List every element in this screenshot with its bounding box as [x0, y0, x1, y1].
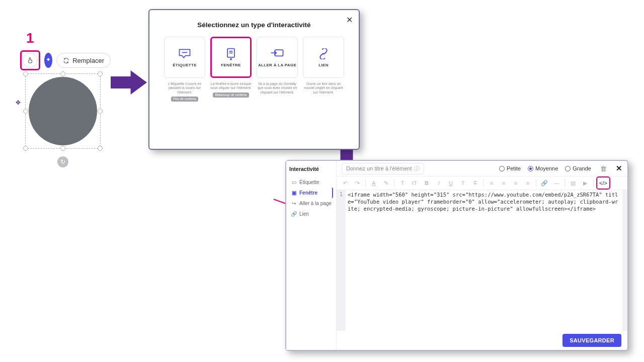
resize-handle[interactable]	[23, 71, 28, 76]
size-label: Grande	[573, 165, 591, 171]
sidebar-item-lien[interactable]: 🔗Lien	[289, 209, 333, 219]
resize-handle[interactable]	[98, 146, 103, 151]
indent-button[interactable]: ≡	[522, 178, 533, 188]
info-icon: ⓘ	[414, 165, 420, 172]
move-handle-icon[interactable]: ✥	[16, 99, 21, 106]
window-icon	[223, 48, 238, 60]
link-icon	[316, 48, 331, 60]
sidebar-title: Interactivité	[289, 166, 333, 172]
type-desc: Ouvre un lien dans un nouvel onglet en c…	[303, 82, 344, 102]
editor-sidebar: Interactivité ▭Étiquette ▣Fenêtre ↪Aller…	[286, 161, 337, 350]
clearformat-button[interactable]: T̶	[469, 178, 480, 188]
delete-button[interactable]: 🗑	[600, 165, 607, 172]
resize-handle[interactable]	[98, 109, 103, 114]
sidebar-item-page[interactable]: ↪Aller à la page	[289, 198, 333, 209]
resize-handle[interactable]	[23, 109, 28, 114]
size-label: Petite	[507, 165, 521, 171]
paragraph-button[interactable]: T	[457, 178, 468, 188]
animation-button[interactable]	[44, 53, 52, 68]
hr-button[interactable]: —	[551, 178, 562, 188]
align-button[interactable]: ≡	[486, 178, 497, 188]
resize-handle[interactable]	[60, 146, 65, 151]
type-lien[interactable]: LIEN	[303, 37, 344, 78]
font-button[interactable]: T	[397, 178, 408, 188]
modal-title: Sélectionnez un type d'interactivité	[162, 21, 347, 29]
sidebar-item-fenetre[interactable]: ▣Fenêtre	[289, 188, 333, 198]
redo-button[interactable]: ↷	[352, 178, 363, 188]
underline-button[interactable]: U	[445, 178, 456, 188]
link-button[interactable]: 🔗	[539, 178, 550, 188]
save-button[interactable]: SAUVEGARDER	[562, 334, 621, 347]
circle-shape[interactable]	[29, 77, 97, 145]
type-label: ALLER À LA PAGE	[258, 63, 296, 67]
replace-label: Remplacer	[72, 57, 104, 64]
size-large-radio[interactable]: Grande	[565, 165, 591, 171]
resize-handle[interactable]	[23, 146, 28, 151]
line-gutter: 1	[337, 190, 346, 331]
content-badge: Peu de contenu	[171, 97, 198, 102]
sidebar-item-label: Étiquette	[299, 179, 319, 185]
richtext-toolbar: ↶ ↷ A ✎ T tT B I U T T̶ ≡ ≡ ≡ ≡ 🔗 —	[337, 176, 627, 190]
highlight-step3: </>	[596, 176, 610, 190]
type-label: ÉTIQUETTE	[173, 63, 197, 67]
selection-box[interactable]: ✥ ↻	[25, 73, 101, 149]
label-icon: ▭	[291, 179, 297, 185]
type-desc: L'étiquette s'ouvre en passant la souris…	[164, 82, 205, 102]
sidebar-item-label: Fenêtre	[299, 190, 317, 196]
content-badge: Beaucoup de contenu	[213, 93, 249, 98]
window-editor-modal: Interactivité ▭Étiquette ▣Fenêtre ↪Aller…	[285, 160, 628, 351]
resize-handle[interactable]	[60, 71, 65, 76]
code-editor[interactable]: <iframe width="560" height="315" src="ht…	[346, 190, 627, 331]
label-icon	[177, 48, 192, 60]
highlight-step1	[20, 50, 40, 70]
list-ol-button[interactable]: ≡	[498, 178, 509, 188]
element-title-input[interactable]: Donnez un titre à l'élément ⓘ	[342, 163, 424, 174]
textcolor-button[interactable]: A	[368, 178, 379, 188]
title-placeholder: Donnez un titre à l'élément	[346, 165, 412, 171]
undo-button[interactable]: ↶	[340, 178, 351, 188]
arrow-right-icon	[111, 70, 147, 95]
sidebar-item-label: Lien	[299, 211, 309, 217]
type-label: LIEN	[318, 63, 328, 67]
list-ul-button[interactable]: ≡	[510, 178, 521, 188]
image-button[interactable]: ▧	[568, 178, 579, 188]
type-desc: La fenêtre s'ouvre lorsque vous cliquez …	[210, 82, 252, 102]
replace-button[interactable]: Remplacer	[56, 53, 111, 68]
size-small-radio[interactable]: Petite	[499, 165, 521, 171]
code-view-button[interactable]: </>	[598, 178, 609, 188]
resize-handle[interactable]	[98, 71, 103, 76]
step-number-1: 1	[26, 30, 34, 46]
type-desc: Va à la page du Genially que vous avez c…	[257, 82, 298, 102]
hand-pointer-icon	[27, 57, 34, 64]
video-button[interactable]: ▶	[580, 178, 591, 188]
interactivity-button[interactable]	[23, 53, 38, 68]
selected-element-panel: Remplacer ✥ ↻	[20, 50, 111, 149]
size-medium-radio[interactable]: Moyenne	[528, 165, 558, 171]
type-fenetre[interactable]: FENÊTRE	[210, 37, 252, 78]
sparkle-icon	[45, 57, 52, 64]
type-etiquette[interactable]: ÉTIQUETTE	[164, 37, 205, 78]
italic-button[interactable]: I	[433, 178, 444, 188]
size-label: Moyenne	[535, 165, 558, 171]
bold-button[interactable]: B	[421, 178, 432, 188]
close-button[interactable]: ✕	[346, 15, 353, 25]
rotate-handle[interactable]: ↻	[57, 156, 68, 167]
goto-page-icon	[270, 48, 285, 60]
sidebar-item-etiquette[interactable]: ▭Étiquette	[289, 177, 333, 188]
type-page[interactable]: ALLER À LA PAGE	[257, 37, 298, 78]
sidebar-item-label: Aller à la page	[299, 201, 332, 206]
link-icon: 🔗	[291, 211, 297, 217]
goto-page-icon: ↪	[291, 201, 297, 206]
close-button[interactable]: ✕	[616, 164, 622, 173]
highlight-button[interactable]: ✎	[380, 178, 391, 188]
fontsize-button[interactable]: tT	[409, 178, 420, 188]
refresh-icon	[63, 57, 69, 64]
type-label: FENÊTRE	[221, 63, 240, 67]
window-icon: ▣	[291, 190, 297, 196]
interactivity-type-modal: ✕ Sélectionnez un type d'interactivité É…	[148, 9, 360, 150]
